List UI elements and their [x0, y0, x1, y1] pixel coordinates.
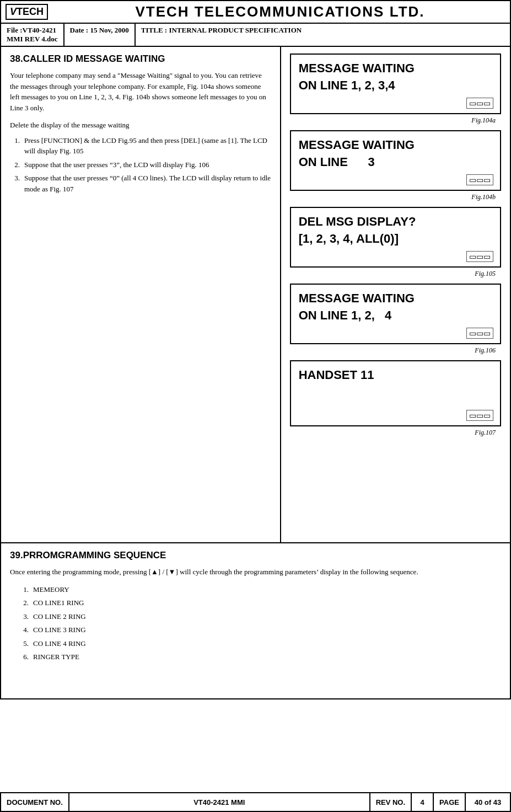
lcd-icon: ▭▭▭	[466, 410, 493, 421]
list-item: 1. MEMEORY	[19, 584, 501, 595]
list-text: CO LINE 2 RING	[33, 611, 86, 622]
list-num: 3.	[19, 611, 29, 622]
doc-info-bar: File :VT40-2421 MMI REV 4.doc Date : 15 …	[0, 24, 511, 47]
list-text: Suppose that the user presses “3”, the L…	[24, 159, 209, 170]
footer: DOCUMENT NO. VT40-2421 MMI REV NO. 4 PAG…	[0, 792, 511, 812]
section39-title: 39.PRROMGRAMMING SEQUENCE	[10, 550, 501, 561]
list-num: 5.	[19, 638, 29, 649]
list-num: 4.	[19, 624, 29, 635]
lcd-icon: ▭▭▭	[466, 174, 493, 185]
company-title: VTECH TELECOMMUNICATIONS LTD.	[55, 3, 505, 20]
list-num: 1.	[19, 584, 29, 595]
footer-doc-value: VT40-2421 MMI	[69, 793, 370, 811]
main-content: 38.CALLER ID MESSAGE WAITING Your teleph…	[0, 47, 511, 543]
lcd-line1: MESSAGE WAITING	[299, 60, 492, 77]
title-info: TITLE : INTERNAL PRODUCT SPECIFICATION	[136, 24, 510, 46]
list-item: 5. CO LINE 4 RING	[19, 638, 501, 649]
list-text: CO LINE 3 RING	[33, 624, 86, 635]
section38-title: 38.CALLER ID MESSAGE WAITING	[10, 54, 271, 65]
list-text: Press [FUNCTION] & the LCD Fig.95 and th…	[24, 135, 271, 157]
fig-label-106: Fig.106	[290, 346, 501, 355]
logo: VTECH	[6, 4, 48, 20]
lcd-fig107: HANDSET 11 ▭▭▭	[290, 360, 501, 426]
logo-v: V	[10, 6, 17, 17]
lcd-icon: ▭▭▭	[466, 328, 493, 339]
list-item: 2. Suppose that the user presses “3”, th…	[10, 159, 271, 170]
section39-list: 1. MEMEORY 2. CO LINE1 RING 3. CO LINE 2…	[19, 584, 501, 663]
footer-page-value: 40 of 43	[466, 793, 510, 811]
list-text: RINGER TYPE	[33, 651, 79, 663]
lcd-icon: ▭▭▭	[466, 251, 493, 262]
list-text: Suppose that the user presses “0” (all 4…	[24, 173, 271, 194]
logo-tech: TECH	[17, 6, 44, 17]
fig-label-104a: Fig.104a	[290, 116, 501, 125]
fig-label-104b: Fig.104b	[290, 193, 501, 201]
lcd-line1: DEL MSG DISPLAY?	[299, 213, 492, 231]
list-item: 4. CO LINE 3 RING	[19, 624, 501, 635]
list-num: 6.	[19, 651, 29, 663]
lcd-fig104b: MESSAGE WAITING ON LINE 3 ▭▭▭	[290, 130, 501, 191]
list-item: 6. RINGER TYPE	[19, 651, 501, 663]
list-item: 1. Press [FUNCTION] & the LCD Fig.95 and…	[10, 135, 271, 157]
list-text: MEMEORY	[33, 584, 69, 595]
lcd-fig106: MESSAGE WAITING ON LINE 1, 2, 4 ▭▭▭	[290, 284, 501, 344]
section38-body1: Your telephone company may send a "Messa…	[10, 70, 271, 113]
footer-rev-label: REV NO.	[370, 793, 412, 811]
section38-body2: Delete the display of the message waitin…	[10, 120, 271, 131]
section39-body: Once entering the programming mode, pres…	[10, 567, 501, 578]
list-text: CO LINE1 RING	[33, 597, 84, 608]
list-item: 2. CO LINE1 RING	[19, 597, 501, 608]
fig-label-105: Fig.105	[290, 270, 501, 278]
lcd-line1: MESSAGE WAITING	[299, 137, 492, 154]
list-num: 2.	[19, 597, 29, 608]
lcd-line1: MESSAGE WAITING	[299, 290, 492, 307]
left-column: 38.CALLER ID MESSAGE WAITING Your teleph…	[1, 47, 281, 542]
list-num: 2.	[10, 159, 20, 170]
list-item: 3. Suppose that the user presses “0” (al…	[10, 173, 271, 194]
date-info: Date : 15 Nov, 2000	[64, 24, 136, 46]
lcd-line2	[299, 384, 492, 401]
lcd-line1: HANDSET 11	[299, 367, 492, 384]
footer-page-label: PAGE	[434, 793, 466, 811]
section38-list: 1. Press [FUNCTION] & the LCD Fig.95 and…	[10, 135, 271, 195]
footer-doc-label: DOCUMENT NO.	[1, 793, 69, 811]
footer-rev-value: 4	[412, 793, 434, 811]
right-column: MESSAGE WAITING ON LINE 1, 2, 3,4 ▭▭▭ Fi…	[281, 47, 510, 542]
lcd-line2: ON LINE 3	[299, 154, 492, 171]
list-num: 1.	[10, 135, 20, 157]
lcd-icon: ▭▭▭	[466, 98, 493, 109]
list-item: 3. CO LINE 2 RING	[19, 611, 501, 622]
list-num: 3.	[10, 173, 20, 194]
lcd-fig105: DEL MSG DISPLAY? [1, 2, 3, 4, ALL(0)] ▭▭…	[290, 207, 501, 268]
lcd-line2: ON LINE 1, 2, 4	[299, 307, 492, 324]
lcd-line2: ON LINE 1, 2, 3,4	[299, 77, 492, 94]
file-info: File :VT40-2421 MMI REV 4.doc	[1, 24, 64, 46]
header: VTECH VTECH TELECOMMUNICATIONS LTD.	[0, 0, 511, 24]
lcd-fig104a: MESSAGE WAITING ON LINE 1, 2, 3,4 ▭▭▭	[290, 54, 501, 114]
section39: 39.PRROMGRAMMING SEQUENCE Once entering …	[0, 543, 511, 699]
lcd-line2: [1, 2, 3, 4, ALL(0)]	[299, 231, 492, 248]
fig-label-107: Fig.107	[290, 429, 501, 437]
list-text: CO LINE 4 RING	[33, 638, 86, 649]
